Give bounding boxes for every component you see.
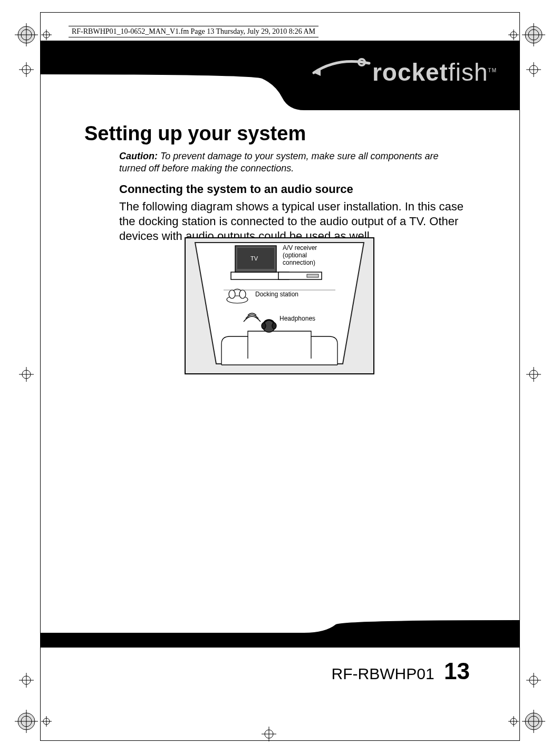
diagram-tv-label: TV <box>250 255 258 262</box>
installation-diagram: TV A/V receiver (optional connection) Do… <box>185 237 374 374</box>
crop-mark-ml <box>16 364 37 385</box>
logo-tm: TM <box>488 67 497 73</box>
logo-part2: fish <box>448 59 488 86</box>
caution-label: Caution: <box>119 151 158 161</box>
svg-point-59 <box>239 290 246 298</box>
logo-part1: rocket <box>372 59 448 86</box>
svg-point-64 <box>262 323 266 329</box>
running-head-text: RF-RBWHP01_10-0652_MAN_V1.fm Page 13 Thu… <box>69 26 318 37</box>
rocketfish-logo: rocketfishTM <box>372 58 497 86</box>
crop-mark-mr <box>523 364 544 385</box>
crop-mark-r2 <box>523 59 544 80</box>
page-title: Setting up your system <box>84 122 475 145</box>
crop-mark-l3 <box>16 670 37 691</box>
crop-mark-r3 <box>523 670 544 691</box>
rocketfish-swoosh-icon <box>311 52 374 80</box>
footer-model: RF-RBWHP01 <box>332 665 435 683</box>
footer-page-number: 13 <box>444 658 470 684</box>
diagram-av-label-1: A/V receiver <box>283 244 317 252</box>
svg-point-65 <box>272 323 276 329</box>
page-footer: RF-RBWHP01 13 <box>41 658 519 684</box>
caution-text: To prevent damage to your system, make s… <box>119 151 439 173</box>
svg-point-58 <box>229 290 235 298</box>
running-head: RF-RBWHP01_10-0652_MAN_V1.fm Page 13 Thu… <box>69 26 318 37</box>
section-heading: Connecting the system to an audio source <box>119 182 475 196</box>
diagram-av-label-3: connection) <box>283 259 315 266</box>
svg-rect-56 <box>307 274 318 277</box>
diagram-av-label-2: (optional <box>283 252 307 259</box>
diagram-dock-label: Docking station <box>255 291 298 298</box>
caution-paragraph: Caution: To prevent damage to your syste… <box>119 150 457 174</box>
diagram-headphones-label: Headphones <box>279 315 315 322</box>
footer-banner <box>41 620 519 652</box>
crop-mark-l2 <box>16 59 37 80</box>
